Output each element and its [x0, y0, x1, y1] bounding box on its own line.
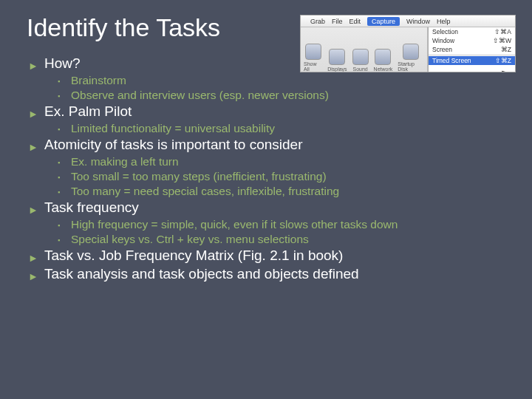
bullet-lvl2: ▪Too small = too many steps (inefficient…	[58, 170, 510, 183]
mac-screenshot: Grab File Edit Capture Window Help Show …	[300, 15, 516, 72]
bullet-text: High frequency = simple, quick, even if …	[71, 218, 398, 231]
toolbar-item: Displays	[327, 49, 347, 72]
square-icon: ▪	[58, 222, 71, 229]
toolbar-label: Startup Disk	[398, 61, 424, 72]
menu-edit: Edit	[349, 18, 361, 25]
toolbar-label: Show All	[304, 61, 322, 72]
triangle-icon: ►	[28, 204, 44, 216]
bullet-text: Too small = too many steps (inefficient,…	[71, 170, 327, 183]
toolbar-item: Startup Disk	[398, 44, 424, 72]
bullet-lvl1: ► Ex. Palm Pilot	[28, 103, 510, 120]
dropdown-separator	[429, 55, 515, 55]
bullet-text: Ex. making a left turn	[71, 155, 179, 168]
bullet-lvl2: ▪Too many = need special cases, inflexib…	[58, 185, 510, 198]
menu-grab: Grab	[310, 18, 325, 25]
bullet-text: Limited functionality = universal usabil…	[71, 122, 275, 135]
toolbar-icon	[329, 49, 345, 65]
bullet-text: Task frequency	[44, 200, 139, 216]
bullet-lvl2: ▪Brainstorm	[58, 74, 510, 87]
toolbar-icon	[375, 49, 391, 65]
bullet-text: Special keys vs. Ctrl + key vs. menu sel…	[71, 233, 309, 246]
square-icon: ▪	[58, 92, 71, 100]
dropdown-key: ⇧⌘Z	[495, 57, 511, 64]
dropdown-label: Selection	[432, 28, 458, 35]
bullet-lvl2: ▪Observe and interview users (esp. newer…	[58, 89, 510, 102]
dropdown-key: ⌘Z	[501, 46, 511, 53]
toolbar-item: Network	[374, 49, 393, 72]
slide: Identify the Tasks Grab File Edit Captur…	[0, 0, 532, 399]
mac-body: Show All Displays Sound Network Startup …	[301, 27, 515, 72]
menu-file: File	[332, 18, 343, 25]
dropdown-label: Window	[432, 37, 454, 44]
mac-toolbar: Show All Displays Sound Network Startup …	[301, 27, 428, 72]
dropdown-label: Timed Screen	[432, 57, 471, 64]
square-icon: ▪	[58, 236, 71, 244]
bullet-text: Atomicity of tasks is important to consi…	[44, 137, 303, 153]
square-icon: ▪	[58, 126, 71, 133]
capture-dropdown: Selection⇧⌘A Window⇧⌘W Screen⌘Z Timed Sc…	[428, 27, 515, 72]
toolbar-label: Displays	[327, 66, 347, 72]
bullet-text: Ex. Palm Pilot	[44, 103, 132, 120]
square-icon: ▪	[58, 188, 71, 196]
triangle-icon: ►	[28, 60, 44, 72]
bullet-lvl1: ► Task analysis and task objects and obj…	[28, 266, 510, 282]
toolbar-icon	[403, 44, 419, 60]
bullet-text: How?	[44, 55, 81, 72]
toolbar-item: Show All	[304, 44, 322, 72]
bullet-lvl2: ▪Special keys vs. Ctrl + key vs. menu se…	[58, 233, 510, 246]
dropdown-key: ⇧⌘A	[494, 28, 511, 35]
content: ► How? ▪Brainstorm ▪Observe and intervie…	[28, 55, 510, 282]
bullet-text: Task analysis and task objects and objec…	[44, 266, 359, 282]
dropdown-item: Selection⇧⌘A	[429, 27, 515, 36]
square-icon: ▪	[58, 159, 71, 166]
bullet-lvl2: ▪Limited functionality = universal usabi…	[58, 122, 510, 135]
bullet-lvl1: ► Task vs. Job Frequency Matrix (Fig. 2.…	[28, 248, 510, 264]
dropdown-key: ⇧⌘W	[493, 37, 511, 44]
triangle-icon: ►	[28, 108, 44, 120]
toolbar-item: Sound	[352, 49, 369, 72]
bullet-lvl2: ▪Ex. making a left turn	[58, 155, 510, 168]
dropdown-item: Screen⌘Z	[429, 45, 515, 54]
toolbar-icon	[305, 44, 321, 60]
bullet-text: Brainstorm	[71, 74, 126, 87]
triangle-icon: ►	[28, 141, 44, 153]
dropdown-label: Screen	[432, 46, 452, 53]
bullet-text: Too many = need special cases, inflexibl…	[71, 185, 339, 198]
toolbar-label: Sound	[352, 66, 367, 72]
bullet-lvl2: ▪High frequency = simple, quick, even if…	[58, 218, 510, 231]
bullet-text: Task vs. Job Frequency Matrix (Fig. 2.1 …	[44, 248, 343, 264]
toolbar-label: Network	[374, 66, 393, 72]
mac-menubar: Grab File Edit Capture Window Help	[301, 16, 515, 27]
bullet-text: Observe and interview users (esp. newer …	[71, 89, 329, 102]
bullet-lvl1: ► Task frequency	[28, 200, 510, 216]
dropdown-item-selected: Timed Screen⇧⌘Z	[429, 56, 515, 65]
bullet-lvl1: ► Atomicity of tasks is important to con…	[28, 137, 510, 153]
menu-window: Window	[406, 18, 430, 25]
square-icon: ▪	[58, 174, 71, 181]
triangle-icon: ►	[28, 270, 44, 282]
menu-help: Help	[437, 18, 451, 25]
toolbar-icon	[352, 49, 369, 65]
menu-capture: Capture	[367, 17, 400, 26]
square-icon: ▪	[58, 78, 71, 85]
triangle-icon: ►	[28, 252, 44, 264]
dropdown-item: Window⇧⌘W	[429, 36, 515, 45]
